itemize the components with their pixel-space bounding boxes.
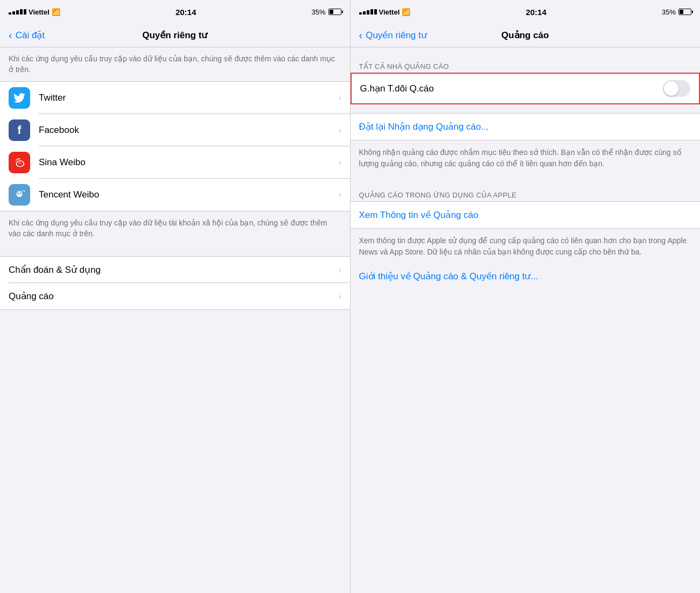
tencent-label: Tencent Weibo <box>39 189 334 200</box>
battery-percent: 35% <box>311 8 325 16</box>
limit-tracking-toggle[interactable] <box>663 80 690 97</box>
svg-point-6 <box>20 193 22 194</box>
right-nav-title: Quảng cáo <box>501 30 549 41</box>
twitter-item[interactable]: Twitter › <box>0 82 350 114</box>
sina-label: Sina Weibo <box>39 157 334 168</box>
right-time: 20:14 <box>526 8 546 17</box>
advertising-label: Quảng cáo <box>9 291 334 302</box>
left-nav-title: Quyền riêng tư <box>142 30 207 41</box>
facebook-label: Facebook <box>39 125 334 136</box>
section-header-2: QUẢNG CÁO TRONG ỨNG DỤNG CỦA APPLE <box>351 187 701 201</box>
left-back-chevron-icon: ‹ <box>9 29 12 41</box>
left-panel: Viettel 📶 20:14 35% ‹ Cài đặt Quyền riên… <box>0 0 350 593</box>
right-nav-bar: ‹ Quyền riêng tư Quảng cáo <box>351 24 701 47</box>
right-signal-dots <box>359 9 377 15</box>
battery-fill <box>330 10 333 14</box>
svg-point-5 <box>17 193 19 194</box>
signal-dots <box>9 9 26 15</box>
carrier-name: Viettel <box>29 8 50 16</box>
sina-icon <box>9 152 30 173</box>
right-back-button[interactable]: ‹ Quyền riêng tư <box>359 29 427 41</box>
wifi-icon: 📶 <box>52 8 60 16</box>
facebook-item[interactable]: f Facebook › <box>0 114 350 146</box>
diagnostics-chevron-icon: › <box>338 265 341 275</box>
left-status-bar: Viettel 📶 20:14 35% <box>0 0 350 24</box>
tencent-item[interactable]: Tencent Weibo › <box>0 179 350 211</box>
right-battery-icon <box>678 9 691 15</box>
twitter-icon <box>9 87 30 109</box>
right-spacer2 <box>351 176 701 187</box>
spacer1 <box>0 245 350 256</box>
ad-info-row[interactable]: Xem Thông tin về Quảng cáo <box>351 201 701 229</box>
apps-section: Twitter › f Facebook › <box>0 81 350 211</box>
svg-point-7 <box>24 190 25 192</box>
advertising-chevron-icon: › <box>338 292 341 301</box>
svg-point-2 <box>18 163 19 164</box>
sina-item[interactable]: Sina Weibo › <box>0 146 350 179</box>
social-info-text: Khi các ứng dụng yêu cầu truy cập vào dữ… <box>0 211 350 245</box>
advertising-item[interactable]: Quảng cáo › <box>0 283 350 309</box>
section-header-1: TẤT CẢ NHÀ QUẢNG CÁO <box>351 58 701 73</box>
right-back-chevron-icon: ‹ <box>359 29 363 41</box>
right-carrier-name: Viettel <box>379 8 400 16</box>
privacy-link-row[interactable]: Giới thiệu về Quảng cáo & Quyền riêng tư… <box>351 264 701 288</box>
ad-info-link: Xem Thông tin về Quảng cáo <box>359 210 479 220</box>
facebook-chevron-icon: › <box>338 125 341 135</box>
tencent-chevron-icon: › <box>338 190 341 200</box>
left-status-left: Viettel 📶 <box>9 8 60 16</box>
desc-text-1: Không nhận quảng cáo được nhắm mục tiêu … <box>351 140 701 176</box>
reset-ad-row[interactable]: Đặt lại Nhận dạng Quảng cáo... <box>351 113 701 140</box>
svg-point-3 <box>20 163 22 164</box>
right-back-label: Quyền riêng tư <box>366 30 427 41</box>
twitter-label: Twitter <box>39 93 334 103</box>
right-wifi-icon: 📶 <box>402 8 410 16</box>
left-back-label: Cài đặt <box>16 30 45 41</box>
right-spacer1 <box>351 47 701 58</box>
diagnostics-item[interactable]: Chẩn đoán & Sử dụng › <box>0 257 350 283</box>
limit-tracking-row: G.hạn T.dõi Q.cáo <box>351 73 701 104</box>
bottom-section: Chẩn đoán & Sử dụng › Quảng cáo › <box>0 256 350 310</box>
left-nav-bar: ‹ Cài đặt Quyền riêng tư <box>0 24 350 47</box>
right-battery-percent: 35% <box>662 8 676 16</box>
sina-chevron-icon: › <box>338 158 341 167</box>
left-status-right: 35% <box>311 8 341 16</box>
desc-text-2: Xem thông tin được Apple sử dụng để cung… <box>351 229 701 264</box>
left-panel-content: Khi các ứng dụng yêu cầu truy cập vào dữ… <box>0 47 350 593</box>
right-status-left: Viettel 📶 <box>359 8 411 16</box>
right-panel-content: TẤT CẢ NHÀ QUẢNG CÁO G.hạn T.dõi Q.cáo Đ… <box>351 47 701 593</box>
right-battery-fill <box>680 10 683 14</box>
left-time: 20:14 <box>176 8 196 17</box>
left-top-info: Khi các ứng dụng yêu cầu truy cập vào dữ… <box>0 47 350 81</box>
battery-icon <box>328 9 341 15</box>
right-status-right: 35% <box>662 8 691 16</box>
right-panel: Viettel 📶 20:14 35% ‹ Quyền riêng tư Quả… <box>351 0 701 593</box>
privacy-link: Giới thiệu về Quảng cáo & Quyền riêng tư… <box>359 271 538 281</box>
toggle-knob <box>664 81 678 96</box>
toggle-label: G.hạn T.dõi Q.cáo <box>360 83 663 94</box>
right-status-bar: Viettel 📶 20:14 35% <box>351 0 701 24</box>
svg-point-1 <box>17 161 23 167</box>
diagnostics-label: Chẩn đoán & Sử dụng <box>9 264 334 276</box>
facebook-icon: f <box>9 119 30 141</box>
reset-ad-link: Đặt lại Nhận dạng Quảng cáo... <box>359 122 489 132</box>
twitter-chevron-icon: › <box>338 93 341 103</box>
tencent-icon <box>9 184 30 206</box>
left-back-button[interactable]: ‹ Cài đặt <box>9 29 45 41</box>
